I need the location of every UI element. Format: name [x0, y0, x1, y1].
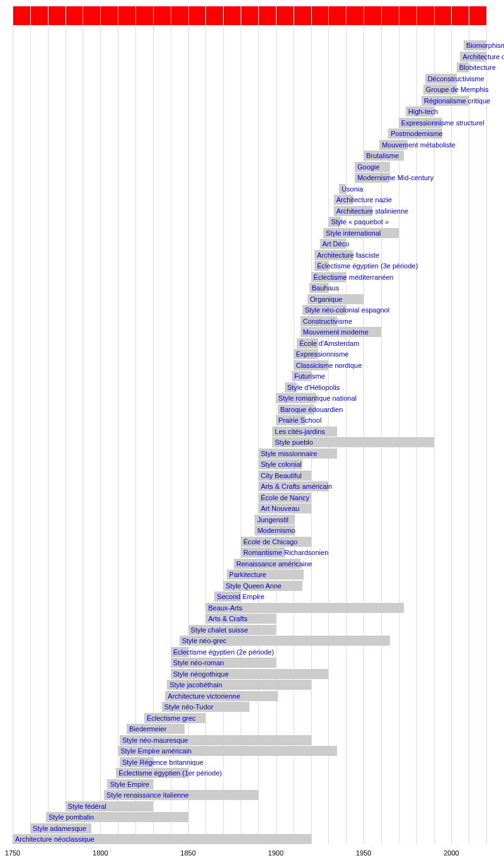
timeline-bar-label[interactable]: Blobitecture — [457, 64, 496, 71]
timeline-bar: Style colonial — [258, 459, 302, 469]
timeline-bar-label[interactable]: Style Régence britannique — [120, 758, 203, 766]
timeline-bar-label[interactable]: Modernismo — [255, 527, 295, 534]
timeline-bar-label[interactable]: Style néogothique — [171, 670, 229, 678]
timeline-bar-label[interactable]: Art Déco — [320, 240, 350, 248]
timeline-bar-label[interactable]: Beaux-Arts — [205, 604, 242, 612]
timeline-bar-label[interactable]: Architecture victorienne — [165, 692, 240, 700]
timeline-bar-label[interactable]: Éclectisme égyptien (1er période) — [116, 769, 222, 777]
timeline-bar: Éclectisme grec — [144, 713, 206, 723]
timeline-bar-label[interactable]: Style néo-colonial espagnol — [302, 306, 390, 314]
timeline-bar-label[interactable]: Brutalisme — [364, 152, 399, 159]
timeline-bar-label[interactable]: Classicisme nordique — [294, 362, 362, 369]
timeline-bar-label[interactable]: Architecture fasciste — [314, 251, 379, 259]
timeline-bar-label[interactable]: Architecture stalinienne — [334, 207, 408, 215]
timeline-bar: Architecture néoclassique — [13, 834, 311, 844]
timeline-bar-label[interactable]: Style colonial — [258, 460, 302, 468]
timeline-bar-label[interactable]: Style pombalin — [46, 813, 94, 821]
timeline-bar: Style néogothique — [171, 669, 329, 679]
timeline-bar-label[interactable]: Jungenstil — [255, 516, 289, 523]
timeline-bar-label[interactable]: Expressionnisme structurel — [399, 119, 484, 127]
timeline-bar-label[interactable]: Groupe de Memphis — [423, 86, 489, 93]
timeline-bar-label[interactable]: Style néo-mauresque — [120, 736, 188, 744]
timeline-bar-label[interactable]: Arts & Crafts américain — [258, 483, 332, 490]
timeline-bar-label[interactable]: Parkitecture — [227, 571, 266, 578]
timeline-bar: Expressionnisme — [294, 349, 318, 359]
timeline-bar-label[interactable]: Architecture durable — [460, 53, 504, 60]
timeline-bar-label[interactable]: Style Empire américain — [118, 747, 192, 755]
timeline-bar-label[interactable]: City Beautiful — [258, 472, 302, 479]
gridline — [100, 6, 101, 844]
timeline-bar-label[interactable]: Romantisme Richardsonien — [241, 549, 328, 556]
timeline-bar-label[interactable]: Déconstructivisme — [425, 75, 484, 83]
timeline-bar-label[interactable]: Architecture nazie — [334, 196, 392, 203]
timeline-bar-label[interactable]: Style fédéral — [66, 803, 106, 810]
timeline-bar-label[interactable]: École de Chicago — [241, 538, 297, 546]
timeline-bar: Éclectisme méditerranéen — [311, 272, 346, 282]
timeline-bar-label[interactable]: Mouvement métaboliste — [379, 141, 455, 149]
gridline — [294, 6, 294, 844]
timeline-bar-label[interactable]: Postmodernisme — [388, 130, 443, 137]
timeline-bar-label[interactable]: Régionalisme critique — [421, 97, 490, 105]
timeline-bar: Classicisme nordique — [294, 360, 329, 370]
timeline-bar-label[interactable]: Second Empire — [214, 593, 264, 600]
timeline-bar-label[interactable]: Style romantique national — [276, 394, 357, 402]
gridline — [258, 6, 259, 844]
timeline-bar-label[interactable]: Style pueblo — [272, 438, 313, 446]
timeline-bar-label[interactable]: Style Queen Anne — [223, 582, 282, 590]
timeline-bar-label[interactable]: Expressionnisme — [294, 350, 349, 358]
timeline-bar-label[interactable]: Éclectisme égyptien (2e période) — [171, 648, 274, 656]
timeline-bar-label[interactable]: Renaissance américaine — [234, 560, 312, 568]
timeline-bar: Architecture fasciste — [314, 250, 353, 260]
timeline-bar-label[interactable]: Style adamesque — [30, 825, 86, 832]
timeline-bar-label[interactable]: Style d'Héliopolis — [285, 384, 340, 391]
timeline-bar-label[interactable]: Style « paquebot » — [328, 218, 389, 226]
timeline-bar-label[interactable]: High-tech — [406, 108, 438, 115]
timeline-bar: Style Empire américain — [118, 746, 337, 756]
timeline-bar-label[interactable]: Modernisme Mid-century — [355, 174, 433, 181]
timeline-bar-label[interactable]: Style chalet suisse — [188, 626, 248, 634]
timeline-bar: Style « paquebot » — [328, 217, 341, 227]
timeline-bar-label[interactable]: Prairie School — [276, 416, 321, 424]
timeline-bar: Style Régence britannique — [120, 757, 153, 767]
timeline-bar-label[interactable]: Style international — [323, 229, 381, 237]
gridline — [241, 6, 241, 844]
timeline-bar: Style chalet suisse — [188, 625, 276, 635]
timeline-bar-label[interactable]: Biomorphisme — [464, 42, 504, 49]
timeline-bar: Second Empire — [214, 592, 241, 602]
timeline-bar-label[interactable]: Biedermeier — [127, 725, 166, 733]
timeline-bar-label[interactable]: Éclectisme méditerranéen — [311, 273, 394, 281]
timeline-bar-label[interactable]: Style jacobéthain — [167, 681, 222, 689]
timeline-bar-label[interactable]: Style néo-Tudor — [162, 703, 214, 711]
timeline-bar-label[interactable]: École d'Amsterdam — [297, 340, 359, 347]
timeline-bar: Architecture durable — [460, 52, 486, 62]
timeline-bar-label[interactable]: Style néo-roman — [171, 659, 224, 666]
timeline-bar-label[interactable]: Style renaissance italienne — [104, 791, 189, 799]
timeline-bar-label[interactable]: Constructivisme — [301, 317, 352, 325]
timeline-bar-label[interactable]: Style missionnaire — [258, 450, 317, 457]
timeline-bar-label[interactable]: Mouvement moderne — [301, 328, 369, 336]
timeline-bar-label[interactable]: Organique — [307, 295, 342, 303]
timeline-bar: Arts & Crafts — [205, 614, 275, 624]
timeline-bar-label[interactable]: Arts & Crafts — [205, 615, 247, 622]
timeline-bar-label[interactable]: Baroque édouardien — [278, 406, 343, 413]
timeline-bar: Organique — [307, 294, 364, 304]
timeline-bar-label[interactable]: Art Nouveau — [258, 505, 299, 512]
timeline-bar-label[interactable]: École de Nancy — [258, 494, 309, 501]
timeline-bar: Brutalisme — [364, 151, 404, 161]
timeline-bar: Style fédéral — [66, 801, 153, 811]
timeline-bar-label[interactable]: Style néo-grec — [180, 637, 227, 644]
timeline-bar: Style pueblo — [272, 437, 433, 447]
timeline-bar-label[interactable]: Les cités-jardins — [272, 428, 324, 435]
timeline-bar-label[interactable]: Éclectisme égyptien (3e période) — [314, 262, 418, 270]
timeline-bar-label[interactable]: Googie — [355, 163, 379, 171]
timeline-bar-label[interactable]: Éclectisme grec — [144, 714, 196, 722]
timeline-bar-label[interactable]: Futurisme — [292, 372, 325, 380]
gridline — [346, 6, 346, 844]
timeline-bar-label[interactable]: Style Empire — [107, 781, 149, 788]
timeline-bar: Modernismo — [255, 525, 295, 535]
timeline-bar: Style néo-mauresque — [120, 735, 311, 745]
timeline-bar-label[interactable]: Usonia — [339, 185, 363, 193]
timeline-bar-label[interactable]: Architecture néoclassique — [13, 835, 94, 843]
timeline-bar-label[interactable]: Bauhaus — [309, 284, 339, 292]
timeline-bar: École d'Amsterdam — [297, 338, 318, 348]
